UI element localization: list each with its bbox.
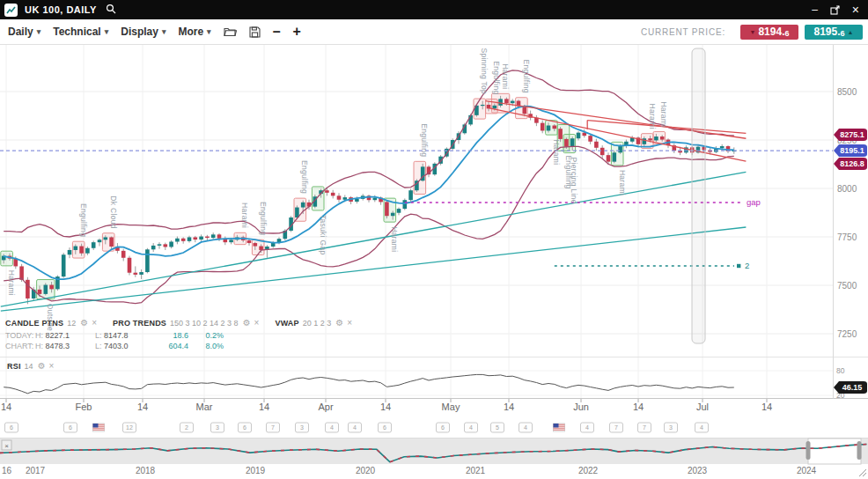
candle[interactable] (373, 198, 378, 201)
candle[interactable] (145, 249, 150, 272)
candle[interactable] (498, 99, 503, 105)
navigator-handle[interactable] (857, 441, 862, 460)
zoom-in-button[interactable]: + (293, 26, 301, 38)
candle[interactable] (134, 273, 138, 275)
remove-indicator-icon[interactable]: × (92, 318, 97, 328)
indicator-pro-trends[interactable]: PRO TRENDS 150 3 10 2 14 2 3 8 ⚙ × (113, 318, 259, 328)
candle[interactable] (121, 251, 126, 258)
candle[interactable] (558, 129, 563, 139)
candle[interactable] (247, 240, 252, 243)
candle[interactable] (74, 247, 78, 250)
candle[interactable] (217, 234, 222, 238)
candle[interactable] (128, 258, 132, 273)
gear-icon[interactable]: ⚙ (335, 318, 343, 328)
indicator-candle-ptns[interactable]: CANDLE PTNS 12 ⚙ × (5, 318, 97, 328)
candle[interactable] (109, 237, 114, 247)
candle[interactable] (325, 190, 329, 193)
candle[interactable] (643, 138, 647, 144)
candle[interactable] (92, 242, 96, 248)
zoom-out-button[interactable]: – (273, 26, 281, 38)
highlight-band[interactable] (692, 48, 705, 343)
open-folder-icon[interactable] (224, 26, 237, 37)
candle[interactable] (79, 247, 84, 254)
candle[interactable] (493, 106, 497, 109)
candle[interactable] (654, 136, 658, 140)
candle[interactable] (660, 136, 665, 140)
candle[interactable] (104, 237, 108, 240)
candle[interactable] (158, 244, 162, 246)
candle[interactable] (331, 193, 335, 196)
candle[interactable] (504, 99, 509, 103)
candle[interactable] (355, 199, 359, 202)
minimize-button[interactable]: – (812, 5, 818, 14)
candle[interactable] (98, 240, 102, 242)
candle[interactable] (26, 280, 30, 298)
menu-display[interactable]: Display▾ (121, 26, 166, 38)
candle[interactable] (194, 237, 198, 240)
candle[interactable] (19, 266, 24, 279)
candle[interactable] (211, 234, 216, 238)
rsi-indicator-label[interactable]: RSI 14 ⚙ × (7, 361, 54, 371)
candle[interactable] (38, 290, 42, 294)
candle[interactable] (151, 246, 156, 249)
candle[interactable] (139, 272, 143, 275)
gear-icon[interactable]: ⚙ (80, 318, 88, 328)
candle[interactable] (44, 285, 48, 294)
candle[interactable] (397, 209, 401, 213)
menu-technical[interactable]: Technical▾ (53, 26, 108, 38)
candle[interactable] (511, 101, 515, 104)
candle[interactable] (175, 239, 180, 242)
remove-indicator-icon[interactable]: × (49, 361, 55, 371)
candle[interactable] (594, 142, 599, 148)
remove-indicator-icon[interactable]: × (254, 318, 260, 328)
candle[interactable] (188, 237, 192, 240)
candle[interactable] (199, 237, 203, 240)
candle[interactable] (600, 148, 605, 155)
candle[interactable] (403, 200, 408, 209)
navigator-window[interactable] (808, 438, 861, 464)
save-icon[interactable] (249, 26, 261, 38)
candle[interactable] (481, 105, 485, 106)
candle[interactable] (343, 197, 348, 200)
candle[interactable] (607, 155, 611, 161)
popout-button[interactable] (830, 5, 840, 15)
candle[interactable] (385, 202, 389, 216)
candle[interactable] (62, 254, 66, 276)
candle[interactable] (85, 248, 90, 254)
search-icon[interactable] (106, 2, 116, 18)
close-button[interactable]: × (852, 5, 859, 14)
sell-price-button[interactable]: ▼ 8194.6 (740, 25, 798, 40)
menu-timeframe[interactable]: Daily▾ (8, 26, 40, 38)
menu-more[interactable]: More▾ (178, 26, 210, 38)
candle[interactable] (553, 126, 557, 129)
candle[interactable] (49, 285, 54, 290)
candle[interactable] (169, 242, 173, 247)
resize-grip[interactable] (863, 473, 866, 476)
candle[interactable] (547, 126, 551, 131)
candle[interactable] (541, 123, 545, 131)
candle[interactable] (391, 213, 395, 217)
gear-icon[interactable]: ⚙ (38, 361, 46, 371)
candle[interactable] (337, 195, 342, 199)
candle[interactable] (181, 239, 186, 241)
candle[interactable] (613, 152, 617, 161)
candle[interactable] (164, 244, 168, 247)
candle[interactable] (570, 138, 575, 146)
navigator-handle[interactable] (806, 441, 811, 460)
candle[interactable] (577, 133, 581, 139)
remove-indicator-icon[interactable]: × (347, 318, 352, 328)
candle[interactable] (588, 136, 592, 142)
candle[interactable] (618, 146, 622, 152)
candle[interactable] (205, 237, 210, 239)
candle[interactable] (564, 139, 569, 147)
price-chart[interactable]: 85008250800077507500725014Feb14Mar14Apr1… (0, 0, 868, 479)
candle[interactable] (720, 146, 725, 148)
candle[interactable] (301, 203, 305, 208)
candle[interactable] (648, 138, 652, 140)
candle[interactable] (68, 250, 72, 254)
navigator[interactable] (0, 438, 868, 464)
candle[interactable] (229, 240, 233, 242)
gear-icon[interactable]: ⚙ (243, 318, 251, 328)
indicator-vwap[interactable]: VWAP 20 1 2 3 ⚙ × (275, 318, 352, 328)
buy-price-button[interactable]: 8195.6 ▲ (805, 25, 863, 40)
